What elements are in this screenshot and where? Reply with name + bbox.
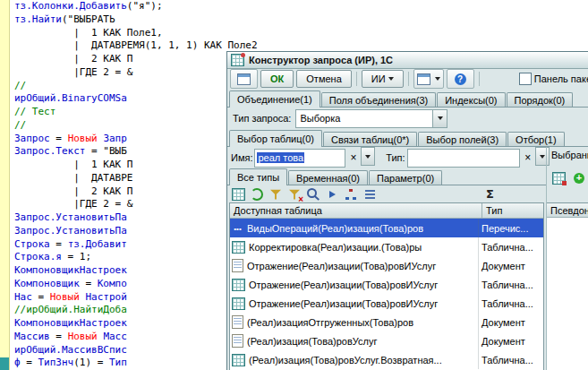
refresh-button[interactable] — [248, 186, 266, 202]
table-row[interactable]: Отражение(Реал)изации(Това)ровИУслугДоку… — [230, 256, 543, 275]
ii-menu-button[interactable]: ИИ — [362, 70, 404, 88]
table-name-cell: (Реал)изацияОтгруженных(Това)ров — [230, 313, 478, 331]
selected-tables-label: Выбранн — [551, 150, 588, 160]
name-clear-button[interactable]: × — [347, 150, 359, 167]
type-filter-combo[interactable] — [407, 149, 521, 168]
tab-union-0[interactable]: Объединение(1) — [229, 90, 320, 108]
selected-tables-list[interactable] — [547, 218, 588, 370]
cancel-button[interactable]: Отмена — [296, 70, 351, 88]
available-tables-body: ВидыОпераций(Реал)изация(Това)ровПеречис… — [230, 219, 543, 369]
enum-icon — [232, 223, 243, 234]
form-settings-button[interactable] — [230, 69, 258, 89]
table-type: Таблична... — [478, 237, 543, 256]
doc-icon — [232, 334, 243, 348]
table-name: (Реал)изация(Това)ровУслуг.Возвратная... — [249, 355, 442, 366]
table-type: Таблична... — [478, 350, 543, 369]
hierarchy-button[interactable] — [342, 186, 360, 202]
table-row[interactable]: (Реал)изация(Това)ровУслуг.Возвратная...… — [230, 350, 543, 369]
tab-tables-1[interactable]: Связи таблиц(0*) — [323, 132, 417, 147]
chevron-down-icon — [388, 77, 394, 81]
search-icon — [307, 188, 317, 198]
table-name: ВидыОпераций(Реал)изация(Това)ров — [247, 223, 423, 234]
tab-union-1[interactable]: Поля объединения(3) — [321, 92, 436, 108]
dialog-title: Конструктор запроса (ИР), 1С — [249, 55, 393, 65]
table-name-cell: (Реал)изация(Това)ровУслуг.Возвратная... — [230, 350, 478, 369]
table-row[interactable]: (Реал)изация(Това)ровУслугДокумент — [230, 331, 543, 350]
selected-tables-panel: Выбранн Псевдон — [546, 147, 588, 370]
selected-tables-toolbar — [550, 170, 588, 186]
available-tables: Доступная таблица Тип ВидыОпераций(Реал)… — [229, 202, 544, 370]
hierarchy-icon — [345, 189, 357, 200]
help-icon: ? — [455, 73, 466, 85]
move-button[interactable] — [323, 186, 341, 202]
table-row[interactable]: ВидыОпераций(Реал)изация(Това)ровПеречис… — [230, 219, 543, 237]
selected-settings-button[interactable] — [550, 170, 567, 186]
name-filter-selected-text: реал това — [257, 152, 304, 163]
packet-panel-checkbox[interactable] — [519, 73, 532, 85]
gutter-marker — [0, 357, 9, 370]
table-type: Таблична... — [478, 294, 543, 313]
grid-icon — [232, 241, 245, 254]
toolbar-separator — [356, 72, 357, 86]
list-icon — [365, 190, 375, 199]
tab-union-2[interactable]: Индексы(0) — [437, 92, 505, 108]
view-settings-button[interactable] — [229, 186, 247, 202]
alias-column-header[interactable]: Псевдон — [547, 202, 588, 218]
tab-type-2[interactable]: Параметр(0) — [369, 170, 442, 185]
tab-tables-2[interactable]: Выбор полей(3) — [418, 132, 507, 147]
tables-toolbar: × Σ — [229, 185, 544, 202]
table-type: Документ — [478, 331, 543, 350]
table-name: (Реал)изация(Това)ровУслуг — [247, 336, 377, 347]
code-line: тз.Найти("ВЫБРАТЬ — [10, 13, 588, 27]
doc-icon — [232, 259, 243, 272]
doc-icon — [232, 315, 243, 329]
tab-type-0[interactable]: Все типы — [229, 168, 287, 185]
chevron-down-icon[interactable] — [432, 110, 447, 127]
name-filter-input[interactable]: реал това — [254, 149, 345, 168]
name-filter-label: Имя: — [231, 152, 252, 163]
tab-union-3[interactable]: Порядок(0) — [507, 92, 574, 108]
table-name-cell: Отражение(Реал)изации(Това)ровИУслуг — [230, 275, 478, 294]
table-row[interactable]: Отражение(Реал)изации(Това)ровИУслугТабл… — [230, 294, 543, 313]
list-button[interactable] — [361, 186, 379, 202]
available-tables-header: Доступная таблица Тип — [230, 203, 543, 219]
query-type-label: Тип запроса: — [233, 113, 291, 124]
type-clear-button[interactable]: × — [522, 150, 533, 167]
table-type: Документ — [478, 256, 543, 275]
query-constructor-icon — [231, 54, 244, 66]
table-row[interactable]: Отражение(Реал)изации(Това)ровИУслугТабл… — [230, 275, 543, 294]
tab-tables-0[interactable]: Выбор таблиц(0) — [229, 130, 322, 147]
name-dropdown-button[interactable] — [361, 147, 375, 166]
dialog-titlebar[interactable]: Конструктор запроса (ИР), 1С — [227, 52, 588, 69]
form-icon — [237, 73, 251, 85]
query-type-value: Выборка — [296, 113, 432, 124]
find-button[interactable] — [304, 186, 322, 202]
table-type: Перечис... — [478, 219, 543, 237]
arrow-icon — [329, 191, 336, 198]
column-header-table[interactable]: Доступная таблица — [230, 203, 482, 219]
chevron-down-icon — [435, 77, 440, 81]
help-button[interactable]: ? — [447, 69, 474, 89]
add-table-button[interactable] — [570, 170, 588, 186]
sum-icon[interactable]: Σ — [486, 187, 494, 201]
packet-panel-label: Панель паке — [534, 73, 588, 84]
table-row[interactable]: Корректировка(Реал)изации.(Това)рыТаблич… — [230, 237, 543, 256]
editor-gutter — [0, 0, 10, 370]
table-name: Отражение(Реал)изации(Това)ровИУслуг — [249, 280, 438, 290]
table-row[interactable]: (Реал)изацияОтгруженных(Това)ровДокумент — [230, 313, 543, 331]
grid-icon — [232, 279, 245, 291]
filter-icon — [270, 189, 281, 200]
clear-filter-button[interactable]: × — [285, 186, 303, 202]
ok-button[interactable]: ОК — [260, 70, 294, 88]
tab-type-1[interactable]: Временная(0) — [288, 170, 368, 185]
column-header-type[interactable]: Тип — [482, 203, 543, 219]
filter-button[interactable] — [267, 186, 285, 202]
tab-tables-3[interactable]: Отбор(1) — [507, 132, 565, 147]
ii-menu-label: ИИ — [371, 73, 386, 84]
query-type-combo[interactable]: Выборка — [295, 109, 447, 128]
table-name-cell: Отражение(Реал)изации(Това)ровИУслуг — [230, 256, 478, 275]
table-name-cell: ВидыОпераций(Реал)изация(Това)ров — [230, 219, 478, 237]
toolbar-separator — [408, 72, 409, 86]
save-query-split-button[interactable] — [413, 69, 444, 89]
code-line: | 1 КАК Поле1, — [10, 27, 588, 40]
